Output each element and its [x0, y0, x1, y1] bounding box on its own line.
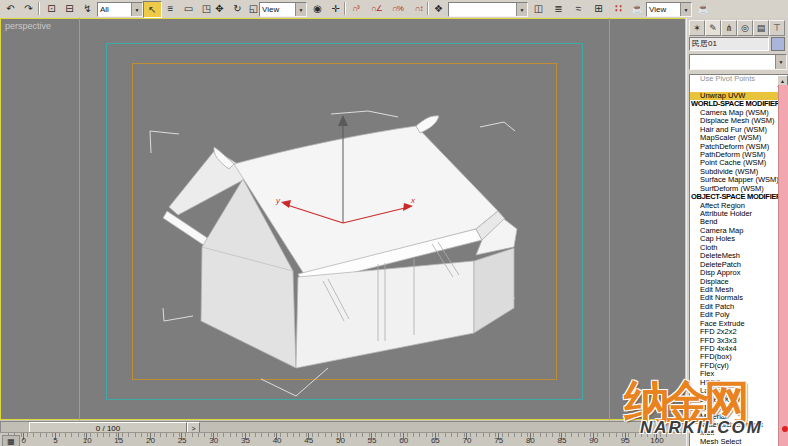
perspective-viewport[interactable]: perspective: [0, 18, 686, 420]
modifier-list-item[interactable]: Displace Mesh (WSM): [690, 117, 778, 125]
modifier-list-item[interactable]: Cloth: [690, 244, 778, 252]
named-selection-sets-icon[interactable]: ❖: [430, 1, 447, 16]
tab-create-icon[interactable]: ✶: [689, 20, 705, 36]
modifier-list-dropdown[interactable]: ▼: [689, 54, 787, 70]
modifier-list-item[interactable]: FFD 3x3x3: [690, 337, 778, 345]
track-bar-label: 25: [166, 436, 198, 445]
chevron-down-icon[interactable]: ▼: [131, 3, 142, 16]
selection-filter-dropdown[interactable]: All ▼: [97, 2, 143, 17]
modifier-list-item[interactable]: HSDS: [690, 379, 778, 387]
tab-modify-icon[interactable]: ✎: [705, 20, 721, 36]
modifier-list-item[interactable]: FFD 2x2x2: [690, 328, 778, 336]
modifier-list-item[interactable]: Camera Map (WSM): [690, 109, 778, 117]
object-color-swatch[interactable]: [771, 37, 785, 51]
modifier-list-item[interactable]: Surface Mapper (WSM): [690, 176, 778, 184]
modifier-list-item[interactable]: Disp Approx: [690, 269, 778, 277]
toolbar-separator: [38, 2, 40, 15]
select-and-rotate-icon[interactable]: ↻: [229, 1, 246, 16]
modifier-list-item[interactable]: Subdivide (WSM): [690, 168, 778, 176]
modifier-list-item[interactable]: Edit Mesh: [690, 286, 778, 294]
modifier-list-item[interactable]: Cap Holes: [690, 235, 778, 243]
angle-snap-icon[interactable]: ∩∠: [368, 1, 385, 16]
snap-toggle-3d-icon[interactable]: ∩³: [347, 1, 364, 16]
modifier-list-item[interactable]: MapScaler (WSM): [690, 134, 778, 142]
modifier-list-item[interactable]: MaterialByElement: [690, 421, 778, 429]
chevron-down-icon[interactable]: ▼: [295, 3, 306, 16]
tab-motion-icon[interactable]: ◎: [737, 20, 753, 36]
modifier-list-item[interactable]: Mesh Select: [690, 438, 778, 446]
modifier-list-item[interactable]: OBJECT-SPACE MODIFIERS: [690, 193, 778, 201]
undo-icon[interactable]: ↶: [2, 1, 19, 16]
viewport-canvas: y x: [1, 19, 685, 419]
use-pivot-center-icon[interactable]: ◉: [309, 1, 326, 16]
select-object-button[interactable]: ↖: [143, 1, 162, 18]
modifier-list-item[interactable]: Point Cache (WSM): [690, 159, 778, 167]
modifier-list-item[interactable]: PathDeform (WSM): [690, 151, 778, 159]
layer-manager-icon[interactable]: ≣: [550, 1, 567, 16]
modifier-list-item[interactable]: SurfDeform (WSM): [690, 185, 778, 193]
track-bar-label: 50: [325, 436, 357, 445]
chevron-down-icon[interactable]: ▼: [680, 3, 691, 16]
modifier-list-item[interactable]: Lattice: [690, 387, 778, 395]
modifier-list-item[interactable]: DeleteMesh: [690, 252, 778, 260]
modifier-list-item[interactable]: Edit Normals: [690, 294, 778, 302]
modifier-list-item[interactable]: Edit Patch: [690, 303, 778, 311]
chevron-down-icon[interactable]: ▼: [516, 3, 527, 16]
schematic-view-icon[interactable]: ⊞: [590, 1, 607, 16]
modifier-list-item[interactable]: Attribute Holder: [690, 210, 778, 218]
modifier-list-item[interactable]: [690, 83, 778, 91]
modifier-list-item[interactable]: Edit Poly: [690, 311, 778, 319]
modifier-list-item[interactable]: FFD(cyl): [690, 362, 778, 370]
track-bar-labels: 0510152025303540455055606570758085909510…: [8, 436, 673, 445]
select-and-manipulate-icon[interactable]: ✛: [327, 1, 344, 16]
render-type-dropdown[interactable]: View ▼: [646, 2, 692, 17]
modifier-list-scrollbar[interactable]: ▲: [779, 75, 788, 446]
spinner-snap-icon[interactable]: ∩↕: [410, 1, 427, 16]
track-bar-label: 10: [71, 436, 103, 445]
modifier-list-item[interactable]: DeletePatch: [690, 261, 778, 269]
named-selection-sets-dropdown[interactable]: ▼: [448, 2, 528, 17]
modifier-list-item[interactable]: Hair and Fur (WSM): [690, 126, 778, 134]
mirror-icon[interactable]: ◫: [530, 1, 547, 16]
house-model[interactable]: [163, 116, 517, 368]
unlink-selection-icon[interactable]: ⊟: [61, 1, 78, 16]
quick-render-icon[interactable]: ☕: [695, 1, 712, 16]
modifier-list-item[interactable]: Face Extrude: [690, 320, 778, 328]
modifier-list-item[interactable]: FFD 4x4x4: [690, 345, 778, 353]
select-and-link-icon[interactable]: ⊡: [43, 1, 60, 16]
modifier-list-item[interactable]: Camera Map: [690, 227, 778, 235]
chevron-down-icon[interactable]: ▼: [775, 55, 786, 69]
modifier-list-item[interactable]: Melt: [690, 429, 778, 437]
main-toolbar: ↶ ↷ ⊡ ⊟ ↯ All ▼ ↖ ≡ ▭ ◳ ✥ ↻ ◱ View ▼ ◉ ✛…: [0, 0, 788, 19]
scrollbar-track[interactable]: [778, 85, 788, 446]
modifier-list-item[interactable]: Flex: [690, 370, 778, 378]
modifier-list-item[interactable]: Bend: [690, 218, 778, 226]
modifier-list-item[interactable]: Material: [690, 413, 778, 421]
curve-editor-icon[interactable]: ≈: [570, 1, 587, 16]
modifier-list-item[interactable]: Linked XForm: [690, 396, 778, 404]
modifier-list-item[interactable]: Unwrap UVW: [690, 92, 778, 100]
redo-icon[interactable]: ↷: [20, 1, 37, 16]
modifier-list-item[interactable]: Affect Region: [690, 202, 778, 210]
rectangular-selection-region-icon[interactable]: ▭: [180, 1, 197, 16]
material-editor-icon[interactable]: ∷: [610, 1, 627, 16]
track-bar-label: 40: [261, 436, 293, 445]
modifier-list-item[interactable]: PatchDeform (WSM): [690, 143, 778, 151]
modifier-list-item[interactable]: FFD(box): [690, 353, 778, 361]
modifier-list-item[interactable]: Use Pivot Points: [690, 75, 778, 83]
tab-hierarchy-icon[interactable]: ⋔: [721, 20, 737, 36]
modifier-list-item[interactable]: WORLD-SPACE MODIFIERS: [690, 100, 778, 108]
tab-display-icon[interactable]: ▤: [753, 20, 769, 36]
select-and-move-icon[interactable]: ✥: [211, 1, 228, 16]
object-name-field[interactable]: 民居01: [689, 37, 769, 51]
select-by-name-icon[interactable]: ≡: [162, 1, 179, 16]
viewport-label[interactable]: perspective: [5, 21, 51, 31]
modifier-list-item[interactable]: MapScaler: [690, 404, 778, 412]
tab-utilities-icon[interactable]: ⊤: [769, 20, 785, 36]
render-setup-icon[interactable]: ☕: [629, 1, 646, 16]
percent-snap-icon[interactable]: ∩%: [389, 1, 406, 16]
track-bar[interactable]: ▦ 05101520253035404550556065707580859095…: [0, 432, 686, 446]
reference-coordinate-dropdown[interactable]: View ▼: [259, 2, 307, 17]
modifier-list-item[interactable]: Displace: [690, 278, 778, 286]
bind-to-space-warp-icon[interactable]: ↯: [79, 1, 96, 16]
